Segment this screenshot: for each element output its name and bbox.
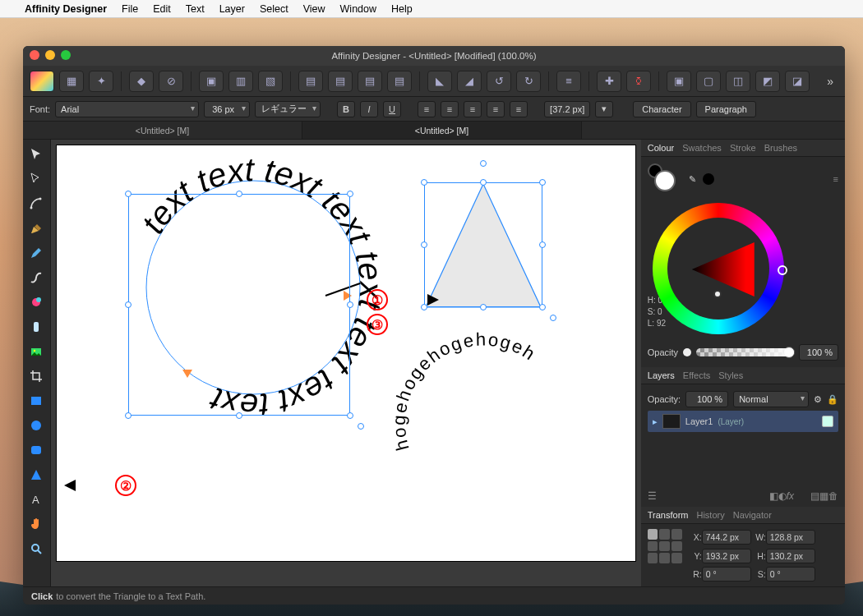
persona-export-button[interactable]: ✦ [89, 71, 113, 92]
anchor-grid[interactable] [648, 529, 682, 563]
arrange-front-button[interactable]: ▤ [298, 71, 323, 92]
move-tool[interactable] [25, 145, 47, 164]
layer-stack-icon[interactable]: ☰ [648, 490, 657, 502]
transform-s[interactable]: 0 ° [766, 567, 815, 582]
tab-colour[interactable]: Colour [648, 143, 674, 153]
zoom-window-icon[interactable] [61, 50, 71, 60]
boolean-sub-button[interactable]: ▢ [696, 71, 721, 92]
visibility-toggle[interactable] [822, 416, 833, 427]
transform-r[interactable]: 0 ° [702, 567, 751, 582]
arrange-forward-button[interactable]: ▤ [328, 71, 353, 92]
menu-window[interactable]: Window [340, 3, 376, 15]
align-justify-button[interactable]: ≡ [487, 101, 505, 117]
pen-tool[interactable] [25, 218, 47, 238]
crop-tool[interactable] [25, 366, 47, 386]
colour-panel-menu-icon[interactable]: ≡ [833, 174, 838, 184]
align-left-button[interactable]: ≡ [418, 101, 436, 117]
snap-toggle-button[interactable]: ⧲ [626, 71, 651, 92]
document-tab[interactable]: <Untitled> [M] [23, 122, 302, 139]
menu-layer[interactable]: Layer [219, 3, 245, 15]
hue-handle[interactable] [778, 265, 787, 275]
ellipse-tool[interactable] [25, 416, 47, 435]
view-pan-tool[interactable] [25, 514, 47, 534]
lock-icon[interactable]: 🔒 [827, 394, 838, 405]
align-center-button[interactable]: ≡ [441, 101, 459, 117]
snap-grid-button[interactable]: ▥ [228, 71, 253, 92]
sv-handle[interactable] [713, 290, 722, 298]
font-weight-select[interactable]: レギュラー [255, 101, 321, 117]
pencil-tool[interactable] [25, 243, 47, 263]
persona-designer-button[interactable] [30, 71, 54, 92]
font-size-select[interactable]: 36 px [204, 101, 250, 117]
adjustment-icon[interactable]: ◐ [778, 490, 787, 502]
tab-styles[interactable]: Styles [718, 370, 743, 380]
flip-v-button[interactable]: ◢ [457, 71, 482, 92]
menu-edit[interactable]: Edit [153, 3, 171, 15]
flip-h-button[interactable]: ◣ [427, 71, 452, 92]
boolean-add-button[interactable]: ▣ [667, 71, 691, 92]
canvas-viewport[interactable]: text text text text text text text text [51, 140, 641, 586]
toolbar-overflow-icon[interactable]: » [822, 75, 838, 88]
boolean-int-button[interactable]: ◫ [726, 71, 750, 92]
transform-x[interactable]: 744.2 px [702, 530, 751, 545]
toolbar-btn[interactable]: ◆ [129, 71, 154, 92]
rectangle-tool[interactable] [25, 391, 47, 411]
toolbar-btn[interactable]: ⊘ [159, 71, 183, 92]
tab-effects[interactable]: Effects [683, 370, 710, 380]
vector-brush-tool[interactable] [25, 268, 47, 287]
selection-bounds[interactable] [128, 194, 350, 416]
tab-layers[interactable]: Layers [648, 370, 675, 380]
layer-name[interactable]: Layer1 [685, 416, 713, 426]
mac-menubar[interactable]: Affinity Designer File Edit Text Layer S… [0, 0, 863, 18]
blend-mode-select[interactable]: Normal [733, 391, 809, 407]
disclosure-icon[interactable]: ▸ [653, 416, 658, 427]
align-justify-all-button[interactable]: ≡ [510, 101, 528, 117]
fill-stroke-swatch[interactable] [648, 162, 682, 196]
titlebar[interactable]: Affinity Designer - <Untitled> [Modified… [23, 46, 845, 66]
arrange-backward-button[interactable]: ▤ [358, 71, 382, 92]
tab-swatches[interactable]: Swatches [682, 143, 722, 153]
corner-tool[interactable] [25, 194, 47, 214]
underline-button[interactable]: U [383, 101, 401, 117]
align-right-button[interactable]: ≡ [464, 101, 482, 117]
app-menu[interactable]: Affinity Designer [25, 3, 107, 15]
layer-opacity-value[interactable]: 100 % [685, 391, 728, 407]
leading-stepper[interactable]: ▾ [595, 101, 613, 117]
font-family-select[interactable]: Arial [55, 101, 199, 117]
delete-layer-icon[interactable]: 🗑 [828, 490, 838, 502]
persona-pixel-button[interactable]: ▦ [59, 71, 84, 92]
document-tab[interactable]: <Untitled> [M] [302, 122, 582, 139]
snap-guides-button[interactable]: ▧ [258, 71, 283, 92]
canvas[interactable]: text text text text text text text text [56, 145, 636, 562]
leading-value[interactable]: [37.2 px] [544, 101, 590, 117]
add-pixel-layer-icon[interactable]: ▦ [819, 490, 828, 502]
crosshair-button[interactable]: ✚ [597, 71, 621, 92]
opacity-slider[interactable] [696, 348, 794, 356]
triangle-tool[interactable] [25, 465, 47, 485]
bold-button[interactable]: B [337, 101, 355, 117]
menu-select[interactable]: Select [260, 3, 288, 15]
tab-stroke[interactable]: Stroke [730, 143, 756, 153]
fill-tool[interactable] [25, 292, 47, 312]
menu-text[interactable]: Text [186, 3, 205, 15]
saturation-value-triangle[interactable] [692, 242, 755, 297]
node-tool[interactable] [25, 169, 47, 189]
rotate-cw-button[interactable]: ↻ [516, 71, 541, 92]
menu-help[interactable]: Help [391, 3, 413, 15]
tab-transform[interactable]: Transform [648, 510, 689, 520]
snap-bounds-button[interactable]: ▣ [199, 71, 224, 92]
eyedropper-icon[interactable]: ✎ [689, 174, 696, 185]
transform-h[interactable]: 130.2 px [766, 549, 815, 563]
tab-brushes[interactable]: Brushes [764, 143, 797, 153]
menu-view[interactable]: View [303, 3, 325, 15]
boolean-xor-button[interactable]: ◩ [755, 71, 780, 92]
character-panel-button[interactable]: Character [633, 101, 690, 117]
italic-button[interactable]: I [360, 101, 378, 117]
layer-row[interactable]: ▸ Layer1 (Layer) [648, 411, 838, 432]
close-window-icon[interactable] [30, 50, 39, 60]
tab-history[interactable]: History [696, 510, 724, 520]
arc-text-object[interactable]: hogehogehogehogeh [376, 317, 590, 481]
arrange-back-button[interactable]: ▤ [387, 71, 412, 92]
mask-icon[interactable]: ◧ [769, 490, 778, 502]
add-layer-icon[interactable]: ▤ [810, 490, 819, 502]
